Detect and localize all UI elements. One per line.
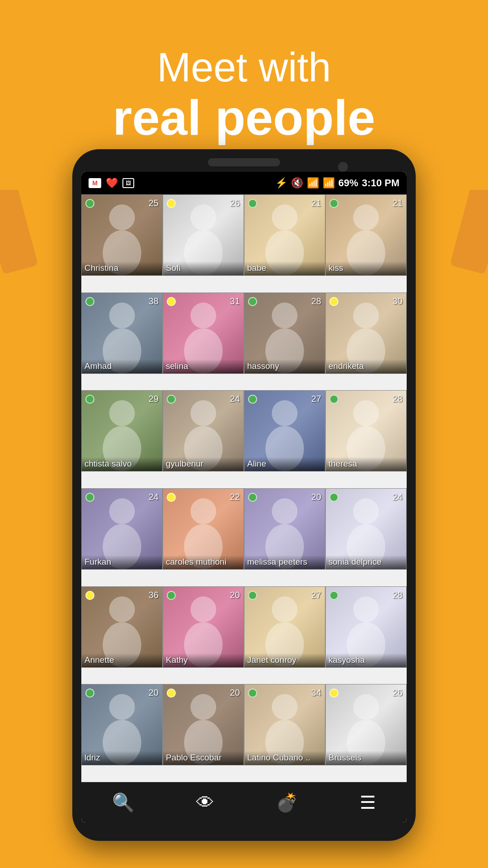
grid-cell-19[interactable]: 28kasyosha [325,586,407,668]
user-age: 31 [230,296,240,307]
svg-point-10 [191,302,216,328]
grid-cell-5[interactable]: 31selina [163,292,244,374]
user-name: theresa [328,459,404,469]
grid-cell-3[interactable]: 21kiss [325,194,407,276]
cell-overlay: Brussels [326,751,406,765]
user-name: ldriz [84,753,160,763]
user-age: 28 [311,296,321,307]
user-name: selina [166,361,241,371]
status-dot [329,493,338,502]
grid-cell-21[interactable]: 20Pablo Escobar [163,684,244,765]
grid-cell-8[interactable]: 29chtista salvo [81,390,163,472]
accent-right [450,178,488,274]
heart-icon: ❤️ [106,177,118,189]
cell-overlay: sonia delprice [326,555,406,569]
grid-cell-23[interactable]: 26Brussels [325,684,407,765]
user-age: 21 [311,198,321,208]
svg-point-46 [353,694,379,720]
user-age: 26 [230,198,240,208]
hero-line1: Meet with [157,45,331,90]
bottom-navigation: 🔍 👁 💣 ☰ [81,782,407,823]
phone-frame: M ❤️ 🖼 ⚡ 🔇 📶 📶 69% 3:10 PM 25Christina 2… [72,149,416,841]
grid-cell-7[interactable]: 30endriketa [325,292,407,374]
user-age: 24 [393,492,403,502]
user-age: 20 [311,492,321,502]
user-age: 22 [230,492,240,502]
grid-cell-20[interactable]: 20ldriz [81,684,163,765]
grid-cell-11[interactable]: 28theresa [325,390,407,472]
cell-overlay: kasyosha [326,653,406,667]
user-age: 27 [311,590,321,600]
svg-point-22 [353,401,379,426]
user-age: 29 [149,394,159,404]
svg-point-34 [191,596,216,622]
status-bar: M ❤️ 🖼 ⚡ 🔇 📶 📶 69% 3:10 PM [81,172,407,194]
svg-point-16 [109,401,135,426]
volume-icon: 🔇 [291,177,303,189]
status-dot [248,297,257,306]
nav-browse[interactable]: 👁 [196,793,214,813]
status-dot [85,199,94,208]
user-name: Janet conroy [247,655,322,665]
svg-point-40 [109,694,135,720]
clock: 3:10 PM [362,177,399,189]
user-name: Brussels [328,753,404,763]
cell-overlay: Janet conroy [244,653,325,667]
user-age: 24 [149,492,159,502]
user-age: 20 [230,590,240,600]
user-name: kasyosha [328,655,404,665]
user-name: melissa peeters [247,557,322,567]
cell-overlay: kiss [326,261,406,275]
user-name: chtista salvo [84,459,160,469]
nav-bomb[interactable]: 💣 [276,792,298,813]
hero-line2: real people [113,90,375,145]
user-name: Amhad [84,361,160,371]
grid-cell-16[interactable]: 36Annette [81,586,163,668]
cell-overlay: chtista salvo [82,457,162,471]
grid-cell-18[interactable]: 27Janet conroy [244,586,325,668]
grid-cell-14[interactable]: 20melissa peeters [244,488,325,570]
user-grid: 25Christina 26Sofi 21babe 21kiss 38Amhad… [81,194,407,782]
grid-cell-15[interactable]: 24sonia delprice [325,488,407,570]
bomb-nav-icon: 💣 [276,792,298,813]
grid-cell-4[interactable]: 38Amhad [81,292,163,374]
bluetooth-icon: ⚡ [275,177,287,189]
user-age: 25 [149,198,159,208]
grid-cell-17[interactable]: 20Kathy [163,586,244,668]
cell-overlay: theresa [326,457,406,471]
user-age: 28 [393,394,403,404]
svg-point-28 [272,498,298,524]
battery-level: 69% [338,177,358,189]
grid-cell-9[interactable]: 24gyulbenur [163,390,244,472]
cell-overlay: Kathy [163,653,244,667]
user-name: endriketa [328,361,404,371]
status-dot [248,493,257,502]
status-dot [329,199,338,208]
user-age: 38 [149,296,159,307]
svg-point-30 [353,498,379,524]
status-dot [167,199,176,208]
user-age: 34 [311,688,321,698]
cell-overlay: babe [244,261,325,275]
cell-overlay: Christina [82,261,162,275]
cell-overlay: ldriz [82,751,162,765]
nav-search[interactable]: 🔍 [112,792,135,813]
user-name: Christina [84,263,160,273]
grid-cell-13[interactable]: 22caroles muthoni [163,488,244,570]
grid-cell-12[interactable]: 24Furkan [81,488,163,570]
user-age: 20 [230,688,240,698]
nav-menu[interactable]: ☰ [360,792,376,813]
grid-cell-1[interactable]: 26Sofi [163,194,244,276]
wifi-icon: 📶 [307,177,319,189]
grid-cell-0[interactable]: 25Christina [81,194,163,276]
cell-overlay: Latino Cubano .. [244,751,325,765]
grid-cell-2[interactable]: 21babe [244,194,325,276]
user-name: sonia delprice [328,557,404,567]
cell-overlay: melissa peeters [244,555,325,569]
svg-point-24 [109,498,135,524]
grid-cell-6[interactable]: 28hassony [244,292,325,374]
menu-nav-icon: ☰ [360,792,376,813]
grid-cell-22[interactable]: 34Latino Cubano .. [244,684,325,765]
grid-cell-10[interactable]: 27Aline [244,390,325,472]
image-icon: 🖼 [122,178,134,188]
